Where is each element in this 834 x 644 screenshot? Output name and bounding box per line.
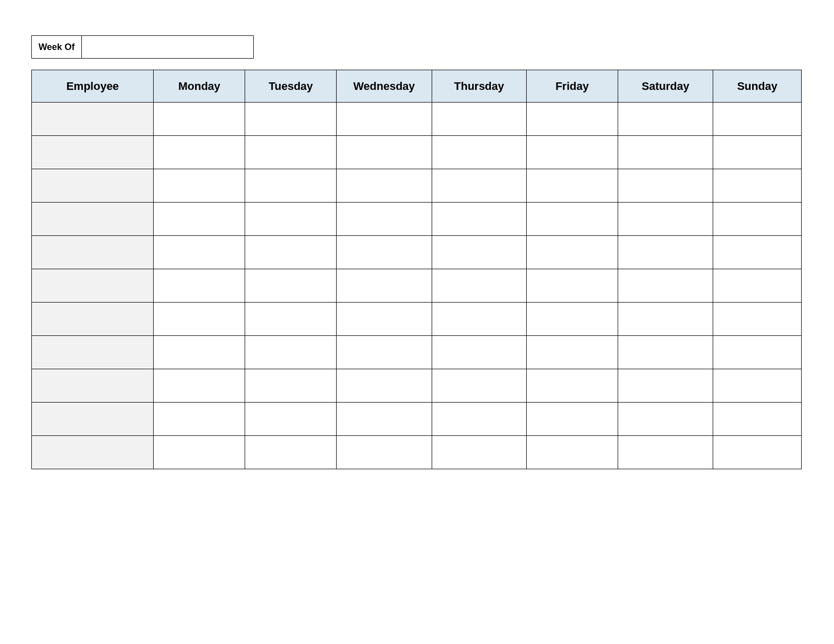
cell-employee[interactable] <box>32 436 154 469</box>
cell-mon[interactable] <box>154 136 245 169</box>
cell-mon[interactable] <box>154 436 245 469</box>
header-row: Employee Monday Tuesday Wednesday Thursd… <box>32 70 802 103</box>
cell-mon[interactable] <box>154 403 245 436</box>
cell-sun[interactable] <box>713 336 802 369</box>
cell-thu[interactable] <box>432 103 526 136</box>
cell-thu[interactable] <box>432 369 526 403</box>
cell-sat[interactable] <box>618 203 713 236</box>
cell-employee[interactable] <box>32 369 154 403</box>
cell-fri[interactable] <box>526 369 618 403</box>
cell-mon[interactable] <box>154 236 245 269</box>
cell-sun[interactable] <box>713 136 802 169</box>
cell-tue[interactable] <box>245 403 337 436</box>
header-sunday: Sunday <box>713 70 802 103</box>
cell-employee[interactable] <box>32 236 154 269</box>
cell-employee[interactable] <box>32 203 154 236</box>
cell-employee[interactable] <box>32 403 154 436</box>
cell-employee[interactable] <box>32 169 154 203</box>
cell-sun[interactable] <box>713 303 802 336</box>
cell-sat[interactable] <box>618 403 713 436</box>
table-row <box>32 403 802 436</box>
cell-fri[interactable] <box>526 236 618 269</box>
cell-thu[interactable] <box>432 169 526 203</box>
schedule-table: Employee Monday Tuesday Wednesday Thursd… <box>31 70 802 469</box>
cell-mon[interactable] <box>154 369 245 403</box>
table-row <box>32 336 802 369</box>
cell-mon[interactable] <box>154 269 245 303</box>
header-thursday: Thursday <box>432 70 526 103</box>
cell-sun[interactable] <box>713 203 802 236</box>
cell-fri[interactable] <box>526 436 618 469</box>
cell-fri[interactable] <box>526 103 618 136</box>
cell-fri[interactable] <box>526 203 618 236</box>
cell-fri[interactable] <box>526 136 618 169</box>
cell-wed[interactable] <box>337 303 432 336</box>
cell-wed[interactable] <box>337 336 432 369</box>
cell-employee[interactable] <box>32 303 154 336</box>
cell-thu[interactable] <box>432 303 526 336</box>
cell-sat[interactable] <box>618 103 713 136</box>
cell-sun[interactable] <box>713 436 802 469</box>
cell-tue[interactable] <box>245 269 337 303</box>
cell-tue[interactable] <box>245 369 337 403</box>
cell-wed[interactable] <box>337 203 432 236</box>
cell-fri[interactable] <box>526 269 618 303</box>
cell-mon[interactable] <box>154 169 245 203</box>
cell-sun[interactable] <box>713 369 802 403</box>
cell-mon[interactable] <box>154 203 245 236</box>
cell-employee[interactable] <box>32 336 154 369</box>
cell-wed[interactable] <box>337 403 432 436</box>
cell-wed[interactable] <box>337 436 432 469</box>
table-row <box>32 436 802 469</box>
cell-wed[interactable] <box>337 136 432 169</box>
cell-thu[interactable] <box>432 336 526 369</box>
cell-sun[interactable] <box>713 236 802 269</box>
cell-mon[interactable] <box>154 303 245 336</box>
cell-wed[interactable] <box>337 103 432 136</box>
cell-fri[interactable] <box>526 336 618 369</box>
cell-mon[interactable] <box>154 336 245 369</box>
cell-thu[interactable] <box>432 403 526 436</box>
cell-sat[interactable] <box>618 369 713 403</box>
cell-employee[interactable] <box>32 136 154 169</box>
cell-tue[interactable] <box>245 236 337 269</box>
cell-sun[interactable] <box>713 169 802 203</box>
cell-thu[interactable] <box>432 136 526 169</box>
cell-sun[interactable] <box>713 103 802 136</box>
cell-thu[interactable] <box>432 236 526 269</box>
cell-tue[interactable] <box>245 436 337 469</box>
cell-tue[interactable] <box>245 136 337 169</box>
cell-tue[interactable] <box>245 169 337 203</box>
weekof-row: Week Of <box>31 35 803 59</box>
cell-sat[interactable] <box>618 269 713 303</box>
page: Week Of Employee Monday Tuesday Wednesda… <box>0 0 834 469</box>
cell-wed[interactable] <box>337 269 432 303</box>
header-friday: Friday <box>526 70 618 103</box>
cell-sat[interactable] <box>618 169 713 203</box>
cell-thu[interactable] <box>432 203 526 236</box>
cell-thu[interactable] <box>432 269 526 303</box>
cell-tue[interactable] <box>245 103 337 136</box>
cell-sat[interactable] <box>618 336 713 369</box>
cell-sat[interactable] <box>618 303 713 336</box>
cell-tue[interactable] <box>245 336 337 369</box>
cell-sun[interactable] <box>713 403 802 436</box>
table-row <box>32 169 802 203</box>
cell-wed[interactable] <box>337 169 432 203</box>
cell-fri[interactable] <box>526 169 618 203</box>
cell-sun[interactable] <box>713 269 802 303</box>
cell-mon[interactable] <box>154 103 245 136</box>
weekof-input[interactable] <box>82 35 254 59</box>
cell-thu[interactable] <box>432 436 526 469</box>
cell-employee[interactable] <box>32 103 154 136</box>
cell-tue[interactable] <box>245 203 337 236</box>
cell-sat[interactable] <box>618 436 713 469</box>
cell-sat[interactable] <box>618 236 713 269</box>
cell-fri[interactable] <box>526 403 618 436</box>
cell-tue[interactable] <box>245 303 337 336</box>
cell-employee[interactable] <box>32 269 154 303</box>
cell-fri[interactable] <box>526 303 618 336</box>
cell-wed[interactable] <box>337 369 432 403</box>
cell-wed[interactable] <box>337 236 432 269</box>
cell-sat[interactable] <box>618 136 713 169</box>
